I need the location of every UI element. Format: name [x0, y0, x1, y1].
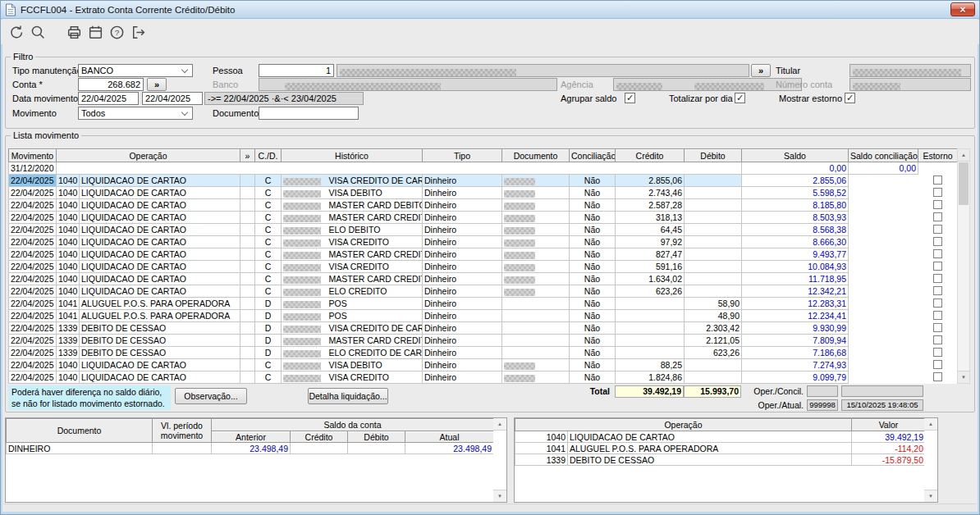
print-button[interactable] [63, 21, 85, 43]
movement-row[interactable]: 22/04/20251040LIQUIDACAO DE CARTAOCVISA … [9, 187, 958, 199]
cell-conciliacao[interactable]: Não [570, 273, 616, 285]
cell-valor[interactable]: -15.879,50 [852, 454, 926, 466]
cell-credito[interactable]: 2.587,28 [616, 199, 685, 212]
cell-saldo[interactable]: 5.598,52 [742, 187, 849, 199]
cell-operation-code[interactable] [57, 162, 80, 175]
col-movimento[interactable]: Movimento [9, 149, 57, 162]
cell-credito[interactable]: 97,92 [616, 236, 685, 248]
cell-expand[interactable] [240, 359, 255, 371]
cell-estorno[interactable] [918, 175, 958, 187]
cell-saldo[interactable]: 9.493,77 [742, 248, 849, 261]
data-movimento-to-input[interactable]: 22/04/2025 [142, 92, 203, 105]
observacao-button[interactable]: Observação... [175, 388, 247, 404]
col-debito[interactable]: Débito [685, 149, 742, 162]
cell-expand[interactable] [240, 371, 255, 384]
documento-scrollbar[interactable]: ▲ ▼ [493, 418, 506, 502]
cell-debito[interactable]: 48,90 [685, 310, 742, 322]
cell-movimento[interactable]: 22/04/2025 [9, 187, 57, 199]
cell-historico[interactable]: VISA DEBITO [327, 359, 423, 371]
cell-debito[interactable] [685, 175, 742, 187]
estorno-checkbox[interactable] [933, 249, 942, 258]
cell-historico-prefix[interactable] [282, 187, 327, 199]
cell-documento[interactable] [502, 335, 570, 347]
cell-saldo[interactable]: 10.084,93 [742, 261, 849, 273]
cell-movimento[interactable]: 22/04/2025 [9, 224, 57, 236]
cell-tipo[interactable]: Dinheiro [423, 322, 502, 335]
cell-documento[interactable]: DINHEIRO [7, 443, 153, 454]
cell-cd[interactable]: C [255, 371, 282, 384]
cell-saldo[interactable]: 8.503,93 [742, 212, 849, 224]
cell-operation-code[interactable]: 1040 [57, 224, 80, 236]
movement-row[interactable]: 22/04/20251040LIQUIDACAO DE CARTAOCMASTE… [9, 248, 958, 261]
cell-movimento[interactable]: 22/04/2025 [9, 310, 57, 322]
cell-conciliacao[interactable]: Não [570, 371, 616, 384]
col-operacao-name[interactable]: Operação [515, 419, 852, 431]
cell-estorno[interactable] [918, 248, 958, 261]
cell-cd[interactable]: C [255, 187, 282, 199]
cell-operation-name[interactable]: LIQUIDACAO DE CARTAO [80, 261, 240, 273]
cell-movimento[interactable]: 22/04/2025 [9, 199, 57, 212]
cell-estorno[interactable] [918, 261, 958, 273]
movement-row[interactable]: 22/04/20251040LIQUIDACAO DE CARTAOCVISA … [9, 359, 958, 371]
conta-more-button[interactable]: » [147, 78, 167, 91]
cell-historico[interactable]: VISA CREDITO [327, 371, 423, 384]
cell-saldo[interactable]: 12.234,41 [742, 310, 849, 322]
cell-historico[interactable]: VISA CREDITO [327, 261, 423, 273]
cell-saldo[interactable]: 9.099,79 [742, 371, 849, 384]
cell-expand[interactable] [240, 273, 255, 285]
cell-operation-code[interactable]: 1041 [57, 310, 80, 322]
detalha-liquidacao-button[interactable]: Detalha liquidação... [308, 388, 388, 404]
cell-historico-prefix[interactable] [282, 285, 327, 298]
cell-saldo[interactable]: 7.809,94 [742, 335, 849, 347]
cell-tipo[interactable]: Dinheiro [423, 347, 502, 359]
cell-historico-prefix[interactable] [282, 347, 327, 359]
cell-tipo[interactable]: Dinheiro [423, 199, 502, 212]
movement-scrollbar[interactable]: ▲ ▼ [957, 148, 970, 384]
cell-operation-name[interactable]: DEBITO DE CESSAO [568, 454, 852, 466]
estorno-checkbox[interactable] [933, 335, 942, 344]
cell-historico[interactable]: VISA DEBITO [327, 187, 423, 199]
data-movimento-from-input[interactable]: 22/04/2025 [78, 92, 139, 105]
cell-movimento[interactable]: 22/04/2025 [9, 261, 57, 273]
cell-saldo[interactable]: 7.274,93 [742, 359, 849, 371]
cell-operation-code[interactable]: 1040 [57, 199, 80, 212]
cell-operation-code[interactable]: 1040 [57, 187, 80, 199]
scroll-up-icon[interactable]: ▲ [958, 149, 969, 162]
cell-tipo[interactable]: Dinheiro [423, 236, 502, 248]
cell-debito[interactable]: 2.121,05 [685, 335, 742, 347]
movement-row[interactable]: 22/04/20251040LIQUIDACAO DE CARTAOCVISA … [9, 371, 958, 384]
cell-credito[interactable]: 591,16 [616, 261, 685, 273]
cell-expand[interactable] [240, 298, 255, 310]
cell-saldo-conciliacao[interactable] [849, 298, 918, 310]
cell-movimento[interactable]: 22/04/2025 [9, 298, 57, 310]
cell-conciliacao[interactable]: Não [570, 212, 616, 224]
cell-documento[interactable] [502, 236, 570, 248]
col-doc-credito[interactable]: Crédito [291, 431, 348, 443]
cell-movimento[interactable]: 22/04/2025 [9, 285, 57, 298]
cell-saldo[interactable]: 8.666,30 [742, 236, 849, 248]
cell-saldo[interactable]: 12.283,31 [742, 298, 849, 310]
cell-operation-code[interactable]: 1040 [57, 371, 80, 384]
estorno-checkbox[interactable] [933, 348, 942, 357]
documento-input[interactable] [259, 107, 359, 120]
agrupar-saldo-checkbox[interactable]: ✓ [625, 93, 635, 103]
cell-operation-code[interactable]: 1339 [57, 322, 80, 335]
cell-estorno[interactable] [918, 236, 958, 248]
cell-saldo[interactable]: 2.855,06 [742, 175, 849, 187]
cell-historico-prefix[interactable] [282, 199, 327, 212]
col-tipo[interactable]: Tipo [423, 149, 502, 162]
cell-operation-name[interactable]: ALUGUEL P.O.S. PARA OPERADORA [80, 298, 240, 310]
cell-tipo[interactable]: Dinheiro [423, 285, 502, 298]
cell-saldo-conciliacao[interactable] [849, 224, 918, 236]
cell-debito[interactable]: 2.303,42 [685, 322, 742, 335]
cell-documento[interactable] [502, 347, 570, 359]
cell-operation-name[interactable] [80, 162, 240, 175]
cell-operation-name[interactable]: LIQUIDACAO DE CARTAO [80, 236, 240, 248]
cell-saldo-conciliacao[interactable] [849, 248, 918, 261]
cell-documento[interactable] [502, 310, 570, 322]
cell-saldo-conciliacao[interactable]: 0,00 [849, 162, 918, 175]
cell-historico[interactable]: VISA CREDITO DE CARTAC [327, 322, 423, 335]
cell-saldo[interactable]: 8.185,80 [742, 199, 849, 212]
cell-conciliacao[interactable]: Não [570, 199, 616, 212]
movement-row[interactable]: 22/04/20251040LIQUIDACAO DE CARTAOCMASTE… [9, 199, 958, 212]
